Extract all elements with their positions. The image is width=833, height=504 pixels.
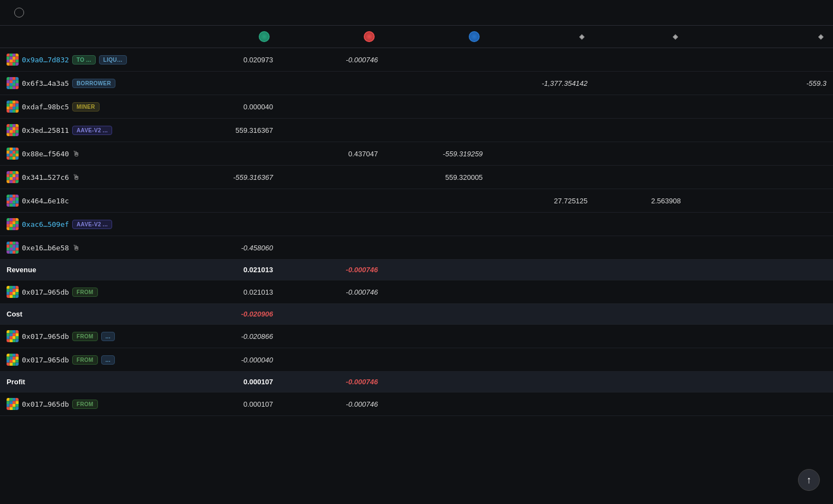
cell-usdc <box>385 95 490 119</box>
address-text: 0x017…965db <box>22 288 69 296</box>
table-row: 0xdaf…98bc5MINER0.000040 <box>0 95 833 119</box>
svg-rect-8 <box>7 60 10 63</box>
table-row: 0xe16…b6e58🖱-0.458060 <box>0 236 833 260</box>
svg-rect-136 <box>7 248 10 251</box>
cell-stable <box>688 166 833 189</box>
svg-rect-92 <box>7 180 10 184</box>
svg-rect-24 <box>7 83 10 86</box>
svg-rect-53 <box>10 127 13 131</box>
section-label: Profit <box>0 372 175 392</box>
address-text: 0x341…527c6 <box>22 173 69 181</box>
address-icon <box>7 148 19 160</box>
cell-aenj <box>594 392 687 416</box>
cell-ausdt <box>490 166 595 189</box>
svg-rect-133 <box>10 245 13 248</box>
svg-rect-87 <box>16 174 19 178</box>
svg-rect-54 <box>13 127 16 131</box>
cell-stable <box>688 348 833 372</box>
svg-rect-102 <box>13 198 16 201</box>
address-badge: AAVE-V2 ... <box>72 126 112 135</box>
svg-rect-169 <box>10 336 13 339</box>
address-cell: 0x017…965dbFROM... <box>0 348 175 372</box>
svg-rect-1 <box>10 54 13 57</box>
address-cell: 0x9a0…7d832TO ...LIQU… <box>0 48 175 72</box>
svg-rect-2 <box>13 54 16 57</box>
cell-weth <box>279 348 385 372</box>
cell-usdt <box>175 189 280 213</box>
cell-usdc <box>385 236 490 260</box>
svg-rect-55 <box>16 127 19 131</box>
cell-weth: -0.000746 <box>279 48 385 72</box>
svg-rect-38 <box>13 104 16 107</box>
cell-weth <box>279 166 385 189</box>
cell-weth <box>279 325 385 348</box>
svg-rect-103 <box>16 198 19 201</box>
section-row: Cost-0.020906 <box>0 304 833 325</box>
svg-rect-63 <box>16 133 19 137</box>
cell-usdt: -0.458060 <box>175 236 280 260</box>
svg-rect-14 <box>13 63 16 66</box>
svg-rect-128 <box>7 242 10 245</box>
address-text: 0xdaf…98bc5 <box>22 103 69 111</box>
address-badge: ... <box>101 332 115 341</box>
section-row: Profit0.000107-0.000746 <box>0 372 833 392</box>
cell-usdt: -0.020866 <box>175 325 280 348</box>
svg-rect-74 <box>13 154 16 157</box>
address-badge: AAVE-V2 ... <box>72 220 112 229</box>
svg-rect-206 <box>13 407 16 411</box>
weth-token-icon <box>364 31 375 42</box>
svg-rect-66 <box>13 148 16 151</box>
address-icon <box>7 195 19 207</box>
svg-rect-41 <box>10 107 13 110</box>
address-icon <box>7 354 19 366</box>
svg-rect-59 <box>16 130 19 133</box>
stable-token-icon: ◈ <box>818 33 823 40</box>
svg-rect-189 <box>10 363 13 366</box>
cell-usdc <box>385 280 490 304</box>
address-cell: 0x017…965dbFROM <box>0 280 175 304</box>
address-icon <box>7 330 19 342</box>
svg-rect-62 <box>13 133 16 137</box>
cell-usdc: 559.320005 <box>385 166 490 189</box>
cursor-icon: 🖱 <box>72 149 80 158</box>
svg-rect-126 <box>13 227 16 231</box>
svg-rect-11 <box>16 60 19 63</box>
table-row: 0x341…527c6🖱-559.316367559.320005 <box>0 166 833 189</box>
svg-rect-115 <box>16 218 19 221</box>
svg-rect-56 <box>7 130 10 133</box>
cell-stable <box>688 48 833 72</box>
svg-rect-3 <box>16 54 19 57</box>
cell-weth: -0.000746 <box>279 392 385 416</box>
address-text[interactable]: 0x9a0…7d832 <box>22 56 69 64</box>
svg-rect-81 <box>10 171 13 174</box>
address-text: 0x88e…f5640 <box>22 150 69 158</box>
cell-stable <box>688 280 833 304</box>
svg-rect-48 <box>7 124 10 127</box>
cell-usdt: -559.316367 <box>175 166 280 189</box>
svg-rect-79 <box>16 157 19 160</box>
table-row: 0x017…965dbFROM0.021013-0.000746 <box>0 280 833 304</box>
svg-rect-47 <box>16 110 19 113</box>
address-icon <box>7 77 19 89</box>
address-cell: 0xdaf…98bc5MINER <box>0 95 175 119</box>
address-badge: TO ... <box>72 55 96 65</box>
svg-rect-183 <box>16 357 19 360</box>
usdt-token-icon <box>259 31 270 42</box>
address-icon <box>7 171 19 183</box>
info-icon[interactable] <box>14 8 24 17</box>
token-flow-table: ◈ ◈ ◈ 0x9 <box>0 26 833 416</box>
svg-rect-101 <box>10 198 13 201</box>
address-text: 0xe16…b6e58 <box>22 244 69 252</box>
svg-rect-171 <box>16 336 19 339</box>
address-badge: LIQU… <box>99 55 127 65</box>
svg-rect-203 <box>16 404 19 407</box>
address-badge: FROM <box>72 400 98 409</box>
address-text[interactable]: 0xac6…509ef <box>22 220 69 228</box>
svg-rect-139 <box>16 248 19 251</box>
svg-rect-37 <box>10 104 13 107</box>
svg-rect-98 <box>13 195 16 198</box>
svg-rect-42 <box>13 107 16 110</box>
svg-rect-44 <box>7 110 10 113</box>
svg-rect-147 <box>16 286 19 289</box>
svg-rect-148 <box>7 289 10 292</box>
